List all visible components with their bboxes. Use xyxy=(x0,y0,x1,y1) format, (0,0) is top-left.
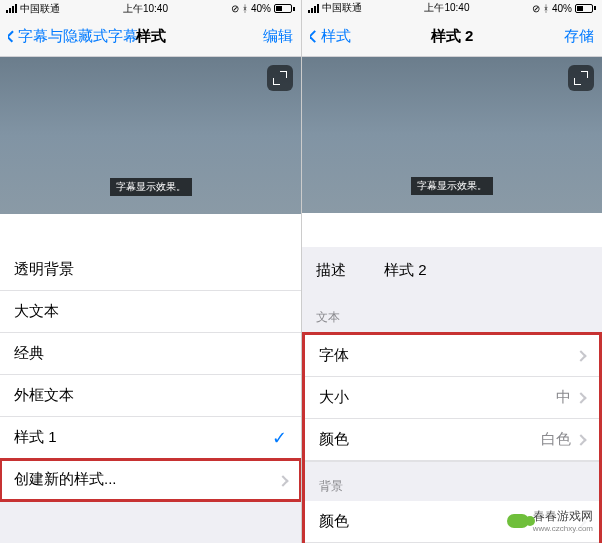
nav-bar: 样式 样式 2 存储 xyxy=(302,17,602,57)
row-label: 颜色 xyxy=(319,430,349,449)
bluetooth-icon: ᚼ xyxy=(242,3,248,14)
caption-sample-text: 字幕显示效果。 xyxy=(110,178,192,196)
chevron-right-icon xyxy=(279,471,287,488)
style-option-classic[interactable]: 经典 xyxy=(0,333,301,375)
alarm-icon: ⊘ xyxy=(532,3,540,14)
chevron-right-icon xyxy=(575,392,586,403)
row-label: 大文本 xyxy=(14,302,59,321)
edit-button[interactable]: 编辑 xyxy=(263,27,293,46)
style-option-outline[interactable]: 外框文本 xyxy=(0,375,301,417)
color-row[interactable]: 颜色 白色 xyxy=(305,419,599,461)
back-button[interactable]: 样式 xyxy=(310,27,351,46)
color-value: 白色 xyxy=(541,430,571,449)
row-label: 经典 xyxy=(14,344,44,363)
status-time: 上午10:40 xyxy=(123,2,168,16)
expand-button[interactable] xyxy=(568,65,594,91)
caption-sample-text: 字幕显示效果。 xyxy=(411,177,493,195)
back-label: 样式 xyxy=(321,27,351,46)
description-label: 描述 xyxy=(316,261,346,280)
back-button[interactable]: 字幕与隐藏式字幕 xyxy=(8,27,138,46)
caption-preview: 字幕显示效果。 xyxy=(0,57,301,214)
carrier-label: 中国联通 xyxy=(20,2,60,16)
section-header-background: 背景 xyxy=(305,461,599,501)
battery-icon xyxy=(575,4,596,13)
save-button[interactable]: 存储 xyxy=(564,27,594,46)
row-label: 外框文本 xyxy=(14,386,74,405)
section-header-text: 文本 xyxy=(302,293,602,332)
watermark-name: 春春游戏网 xyxy=(533,509,593,523)
phone-right: 中国联通 上午10:40 ⊘ ᚼ 40% 样式 样式 2 存储 字幕显示效果。 xyxy=(301,0,602,543)
expand-button[interactable] xyxy=(267,65,293,91)
status-time: 上午10:40 xyxy=(424,1,469,15)
size-row[interactable]: 大小 中 xyxy=(305,377,599,419)
description-value: 样式 2 xyxy=(384,261,427,280)
nav-bar: 字幕与隐藏式字幕 样式 编辑 xyxy=(0,17,301,57)
chevron-left-icon xyxy=(8,30,18,42)
status-bar: 中国联通 上午10:40 ⊘ ᚼ 40% xyxy=(0,0,301,17)
battery-icon xyxy=(274,4,295,13)
size-value: 中 xyxy=(556,388,571,407)
watermark-logo-icon xyxy=(507,514,529,528)
row-label: 字体 xyxy=(319,346,349,365)
row-label: 创建新的样式... xyxy=(14,470,117,489)
row-label: 透明背景 xyxy=(14,260,74,279)
style-option-large-text[interactable]: 大文本 xyxy=(0,291,301,333)
status-bar: 中国联通 上午10:40 ⊘ ᚼ 40% xyxy=(302,0,602,17)
signal-icon xyxy=(6,4,17,13)
chevron-left-icon xyxy=(310,30,321,43)
alarm-icon: ⊘ xyxy=(231,3,239,14)
style-list: 透明背景 大文本 经典 外框文本 样式 1 ✓ 创建新的样式... xyxy=(0,249,301,501)
chevron-right-icon xyxy=(575,350,586,361)
carrier-label: 中国联通 xyxy=(322,1,362,15)
expand-icon xyxy=(574,71,588,85)
checkmark-icon: ✓ xyxy=(272,427,287,449)
spacer xyxy=(302,213,602,248)
watermark-url: www.czchxy.com xyxy=(533,525,593,533)
caption-preview: 字幕显示效果。 xyxy=(302,57,602,213)
battery-pct: 40% xyxy=(251,3,271,14)
row-label: 颜色 xyxy=(319,512,349,531)
spacer xyxy=(0,214,301,249)
font-row[interactable]: 字体 xyxy=(305,335,599,377)
battery-pct: 40% xyxy=(552,3,572,14)
chevron-right-icon xyxy=(575,434,586,445)
bluetooth-icon: ᚼ xyxy=(543,3,549,14)
description-row: 描述 样式 2 xyxy=(302,247,602,293)
phone-left: 中国联通 上午10:40 ⊘ ᚼ 40% 字幕与隐藏式字幕 样式 编辑 字幕显示… xyxy=(0,0,301,543)
style-option-transparent[interactable]: 透明背景 xyxy=(0,249,301,291)
expand-icon xyxy=(273,71,287,85)
back-label: 字幕与隐藏式字幕 xyxy=(18,27,138,46)
row-label: 样式 1 xyxy=(14,428,57,447)
create-new-style-button[interactable]: 创建新的样式... xyxy=(0,459,301,501)
style-option-style1[interactable]: 样式 1 ✓ xyxy=(0,417,301,459)
signal-icon xyxy=(308,4,319,13)
watermark: 春春游戏网 www.czchxy.com xyxy=(503,506,597,535)
row-label: 大小 xyxy=(319,388,349,407)
